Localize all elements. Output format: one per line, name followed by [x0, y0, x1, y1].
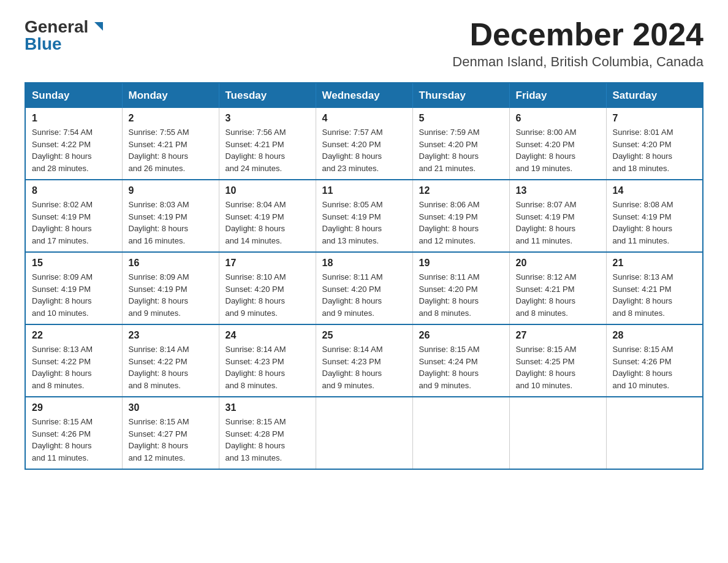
header-tuesday: Tuesday — [219, 83, 316, 108]
day-number: 11 — [322, 185, 406, 196]
day-number: 30 — [129, 402, 213, 413]
day-number: 5 — [419, 113, 503, 124]
calendar-cell: 20 Sunrise: 8:12 AMSunset: 4:21 PMDaylig… — [509, 252, 606, 324]
day-number: 23 — [129, 330, 213, 341]
calendar-table: Sunday Monday Tuesday Wednesday Thursday… — [25, 82, 703, 470]
calendar-cell — [509, 397, 606, 469]
header-wednesday: Wednesday — [316, 83, 412, 108]
day-info: Sunrise: 8:11 AMSunset: 4:20 PMDaylight:… — [322, 271, 406, 319]
day-info: Sunrise: 8:07 AMSunset: 4:19 PMDaylight:… — [516, 199, 600, 247]
day-info: Sunrise: 8:03 AMSunset: 4:19 PMDaylight:… — [129, 199, 213, 247]
day-info: Sunrise: 8:02 AMSunset: 4:19 PMDaylight:… — [32, 199, 116, 247]
calendar-cell: 6 Sunrise: 8:00 AMSunset: 4:20 PMDayligh… — [509, 108, 606, 180]
day-number: 22 — [32, 330, 116, 341]
logo-triangle-icon — [89, 21, 103, 34]
calendar-cell: 7 Sunrise: 8:01 AMSunset: 4:20 PMDayligh… — [606, 108, 703, 180]
calendar-cell: 10 Sunrise: 8:04 AMSunset: 4:19 PMDaylig… — [219, 180, 316, 252]
calendar-cell: 26 Sunrise: 8:15 AMSunset: 4:24 PMDaylig… — [412, 324, 509, 397]
calendar-cell: 5 Sunrise: 7:59 AMSunset: 4:20 PMDayligh… — [412, 108, 509, 180]
calendar-cell: 29 Sunrise: 8:15 AMSunset: 4:26 PMDaylig… — [25, 397, 122, 469]
calendar-cell: 4 Sunrise: 7:57 AMSunset: 4:20 PMDayligh… — [316, 108, 412, 180]
day-info: Sunrise: 8:14 AMSunset: 4:22 PMDaylight:… — [129, 343, 213, 391]
calendar-cell — [316, 397, 412, 469]
calendar-cell: 16 Sunrise: 8:09 AMSunset: 4:19 PMDaylig… — [122, 252, 219, 324]
day-number: 9 — [129, 185, 213, 196]
day-info: Sunrise: 8:09 AMSunset: 4:19 PMDaylight:… — [129, 271, 213, 319]
title-area: December 2024 Denman Island, British Col… — [452, 18, 703, 70]
day-number: 21 — [613, 258, 697, 269]
day-info: Sunrise: 8:06 AMSunset: 4:19 PMDaylight:… — [419, 199, 503, 247]
calendar-cell: 14 Sunrise: 8:08 AMSunset: 4:19 PMDaylig… — [606, 180, 703, 252]
week-row-2: 8 Sunrise: 8:02 AMSunset: 4:19 PMDayligh… — [25, 180, 703, 252]
day-number: 28 — [613, 330, 697, 341]
calendar-cell: 25 Sunrise: 8:14 AMSunset: 4:23 PMDaylig… — [316, 324, 412, 397]
day-info: Sunrise: 8:11 AMSunset: 4:20 PMDaylight:… — [419, 271, 503, 319]
calendar-cell: 31 Sunrise: 8:15 AMSunset: 4:28 PMDaylig… — [219, 397, 316, 469]
day-info: Sunrise: 8:15 AMSunset: 4:28 PMDaylight:… — [226, 416, 309, 464]
day-info: Sunrise: 7:55 AMSunset: 4:21 PMDaylight:… — [129, 126, 213, 174]
day-info: Sunrise: 8:12 AMSunset: 4:21 PMDaylight:… — [516, 271, 600, 319]
day-number: 25 — [322, 330, 406, 341]
calendar-cell — [606, 397, 703, 469]
day-number: 14 — [613, 185, 697, 196]
day-number: 26 — [419, 330, 503, 341]
calendar-cell: 30 Sunrise: 8:15 AMSunset: 4:27 PMDaylig… — [122, 397, 219, 469]
day-info: Sunrise: 8:04 AMSunset: 4:19 PMDaylight:… — [226, 199, 309, 247]
day-info: Sunrise: 8:10 AMSunset: 4:20 PMDaylight:… — [226, 271, 309, 319]
calendar-cell: 24 Sunrise: 8:14 AMSunset: 4:23 PMDaylig… — [219, 324, 316, 397]
day-number: 15 — [32, 258, 116, 269]
calendar-cell: 18 Sunrise: 8:11 AMSunset: 4:20 PMDaylig… — [316, 252, 412, 324]
calendar-cell: 23 Sunrise: 8:14 AMSunset: 4:22 PMDaylig… — [122, 324, 219, 397]
calendar-cell — [412, 397, 509, 469]
day-number: 1 — [32, 113, 116, 124]
day-number: 29 — [32, 402, 116, 413]
day-number: 17 — [226, 258, 309, 269]
calendar-cell: 22 Sunrise: 8:13 AMSunset: 4:22 PMDaylig… — [25, 324, 122, 397]
week-row-1: 1 Sunrise: 7:54 AMSunset: 4:22 PMDayligh… — [25, 108, 703, 180]
calendar-cell: 2 Sunrise: 7:55 AMSunset: 4:21 PMDayligh… — [122, 108, 219, 180]
calendar-cell: 11 Sunrise: 8:05 AMSunset: 4:19 PMDaylig… — [316, 180, 412, 252]
day-info: Sunrise: 8:14 AMSunset: 4:23 PMDaylight:… — [322, 343, 406, 391]
header-saturday: Saturday — [606, 83, 703, 108]
calendar-cell: 1 Sunrise: 7:54 AMSunset: 4:22 PMDayligh… — [25, 108, 122, 180]
day-number: 24 — [226, 330, 309, 341]
day-info: Sunrise: 7:54 AMSunset: 4:22 PMDaylight:… — [32, 126, 116, 174]
svg-marker-0 — [94, 22, 103, 31]
header-friday: Friday — [509, 83, 606, 108]
day-info: Sunrise: 7:59 AMSunset: 4:20 PMDaylight:… — [419, 126, 503, 174]
day-number: 31 — [226, 402, 309, 413]
calendar-cell: 17 Sunrise: 8:10 AMSunset: 4:20 PMDaylig… — [219, 252, 316, 324]
day-number: 19 — [419, 258, 503, 269]
week-row-3: 15 Sunrise: 8:09 AMSunset: 4:19 PMDaylig… — [25, 252, 703, 324]
logo-blue-label: Blue — [25, 36, 62, 53]
week-row-4: 22 Sunrise: 8:13 AMSunset: 4:22 PMDaylig… — [25, 324, 703, 397]
day-info: Sunrise: 8:15 AMSunset: 4:26 PMDaylight:… — [613, 343, 697, 391]
day-number: 8 — [32, 185, 116, 196]
day-info: Sunrise: 8:15 AMSunset: 4:25 PMDaylight:… — [516, 343, 600, 391]
day-info: Sunrise: 7:56 AMSunset: 4:21 PMDaylight:… — [226, 126, 309, 174]
calendar-cell: 21 Sunrise: 8:13 AMSunset: 4:21 PMDaylig… — [606, 252, 703, 324]
day-info: Sunrise: 7:57 AMSunset: 4:20 PMDaylight:… — [322, 126, 406, 174]
day-info: Sunrise: 8:15 AMSunset: 4:24 PMDaylight:… — [419, 343, 503, 391]
header-sunday: Sunday — [25, 83, 122, 108]
day-info: Sunrise: 8:14 AMSunset: 4:23 PMDaylight:… — [226, 343, 309, 391]
calendar-cell: 13 Sunrise: 8:07 AMSunset: 4:19 PMDaylig… — [509, 180, 606, 252]
calendar-cell: 19 Sunrise: 8:11 AMSunset: 4:20 PMDaylig… — [412, 252, 509, 324]
calendar-cell: 28 Sunrise: 8:15 AMSunset: 4:26 PMDaylig… — [606, 324, 703, 397]
day-number: 3 — [226, 113, 309, 124]
day-number: 20 — [516, 258, 600, 269]
day-info: Sunrise: 8:08 AMSunset: 4:19 PMDaylight:… — [613, 199, 697, 247]
calendar-cell: 27 Sunrise: 8:15 AMSunset: 4:25 PMDaylig… — [509, 324, 606, 397]
day-info: Sunrise: 8:13 AMSunset: 4:21 PMDaylight:… — [613, 271, 697, 319]
day-number: 12 — [419, 185, 503, 196]
weekday-header-row: Sunday Monday Tuesday Wednesday Thursday… — [25, 83, 703, 108]
day-info: Sunrise: 8:00 AMSunset: 4:20 PMDaylight:… — [516, 126, 600, 174]
calendar-cell: 15 Sunrise: 8:09 AMSunset: 4:19 PMDaylig… — [25, 252, 122, 324]
header: General Blue December 2024 Denman Island… — [25, 18, 703, 70]
calendar-cell: 8 Sunrise: 8:02 AMSunset: 4:19 PMDayligh… — [25, 180, 122, 252]
day-number: 4 — [322, 113, 406, 124]
day-number: 10 — [226, 185, 309, 196]
day-number: 6 — [516, 113, 600, 124]
day-info: Sunrise: 8:05 AMSunset: 4:19 PMDaylight:… — [322, 199, 406, 247]
day-number: 16 — [129, 258, 213, 269]
